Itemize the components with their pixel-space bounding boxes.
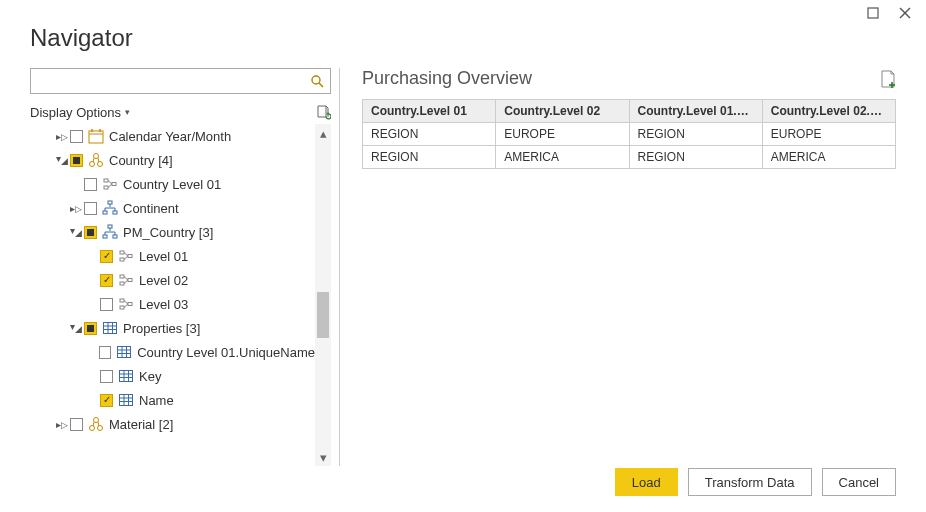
display-options-label: Display Options xyxy=(30,105,121,120)
svg-point-9 xyxy=(90,162,95,167)
chevron-down-icon: ▾ xyxy=(125,107,130,117)
expand-collapse-icon[interactable]: ▷ xyxy=(56,131,68,142)
checkbox[interactable] xyxy=(99,346,111,359)
svg-rect-48 xyxy=(104,323,117,334)
checkbox[interactable] xyxy=(84,202,97,215)
load-button[interactable]: Load xyxy=(615,468,678,496)
tree-item[interactable]: Level 03 xyxy=(30,292,315,316)
svg-rect-0 xyxy=(868,8,878,18)
svg-line-42 xyxy=(124,280,128,284)
svg-line-37 xyxy=(124,256,128,260)
table-cell: REGION xyxy=(363,146,496,169)
column-header[interactable]: Country.Level 02.Name xyxy=(762,100,895,123)
dim-icon xyxy=(88,152,104,168)
table-cell: REGION xyxy=(629,123,762,146)
checkbox[interactable] xyxy=(70,154,83,167)
checkbox[interactable] xyxy=(84,322,97,335)
checkbox[interactable] xyxy=(100,370,113,383)
tree-scrollbar[interactable]: ▴ ▾ xyxy=(315,124,331,466)
checkbox[interactable] xyxy=(100,274,113,287)
expand-collapse-icon[interactable]: ▷ xyxy=(56,419,68,430)
refresh-icon[interactable] xyxy=(315,104,331,120)
svg-rect-63 xyxy=(120,395,133,406)
svg-rect-35 xyxy=(128,255,132,258)
checkbox[interactable] xyxy=(100,298,113,311)
table-icon xyxy=(118,392,134,408)
svg-rect-27 xyxy=(103,235,107,238)
calendar-icon xyxy=(88,128,104,144)
table-row[interactable]: REGIONEUROPEREGIONEUROPE xyxy=(363,123,896,146)
svg-rect-39 xyxy=(120,282,124,285)
svg-line-41 xyxy=(124,277,128,281)
table-icon xyxy=(118,368,134,384)
svg-rect-43 xyxy=(120,299,124,302)
checkbox[interactable] xyxy=(100,250,113,263)
svg-rect-44 xyxy=(120,306,124,309)
scroll-up-arrow-icon[interactable]: ▴ xyxy=(317,126,329,140)
checkbox[interactable] xyxy=(84,178,97,191)
preview-title: Purchasing Overview xyxy=(362,68,532,89)
transform-data-button[interactable]: Transform Data xyxy=(688,468,812,496)
tree-item[interactable]: ◢Properties [3] xyxy=(30,316,315,340)
add-column-icon[interactable] xyxy=(880,70,896,88)
search-box[interactable] xyxy=(30,68,331,94)
svg-rect-5 xyxy=(89,131,103,143)
tree-item[interactable]: ▷Material [2] xyxy=(30,412,315,436)
tree-item[interactable]: Country Level 01 xyxy=(30,172,315,196)
tree-item[interactable]: Name xyxy=(30,388,315,412)
table-row[interactable]: REGIONAMERICAREGIONAMERICA xyxy=(363,146,896,169)
cancel-button[interactable]: Cancel xyxy=(822,468,896,496)
tree-item[interactable]: ▷Continent xyxy=(30,196,315,220)
table-cell: AMERICA xyxy=(762,146,895,169)
tree-item-label: Calendar Year/Month xyxy=(109,129,231,144)
search-input[interactable] xyxy=(31,69,304,93)
checkbox[interactable] xyxy=(100,394,113,407)
preview-pane: Purchasing Overview Country.Level 01Coun… xyxy=(340,68,896,466)
search-icon[interactable] xyxy=(304,69,330,93)
column-header[interactable]: Country.Level 02 xyxy=(496,100,629,123)
checkbox[interactable] xyxy=(70,130,83,143)
tree-item-label: Properties [3] xyxy=(123,321,200,336)
svg-point-3 xyxy=(312,76,320,84)
expand-collapse-icon[interactable]: ◢ xyxy=(56,155,68,166)
svg-rect-58 xyxy=(120,371,133,382)
tree-item-label: Country Level 01 xyxy=(123,177,221,192)
expand-collapse-icon[interactable]: ▷ xyxy=(70,203,82,214)
svg-point-70 xyxy=(94,418,99,423)
svg-rect-45 xyxy=(128,303,132,306)
level-icon xyxy=(118,248,134,264)
page-title: Navigator xyxy=(30,24,926,52)
maximize-button[interactable] xyxy=(866,6,880,20)
column-header[interactable]: Country.Level 01.Name xyxy=(629,100,762,123)
svg-rect-34 xyxy=(120,258,124,261)
checkbox[interactable] xyxy=(84,226,97,239)
checkbox[interactable] xyxy=(70,418,83,431)
svg-line-13 xyxy=(98,158,99,162)
tree-item[interactable]: ◢PM_Country [3] xyxy=(30,220,315,244)
tree-item-label: Country Level 01.UniqueName xyxy=(137,345,315,360)
tree-item[interactable]: Level 01 xyxy=(30,244,315,268)
tree-item[interactable]: Level 02 xyxy=(30,268,315,292)
level-icon xyxy=(102,176,118,192)
column-header[interactable]: Country.Level 01 xyxy=(363,100,496,123)
tree-item[interactable]: ▷Calendar Year/Month xyxy=(30,124,315,148)
tree-item[interactable]: Country Level 01.UniqueName xyxy=(30,340,315,364)
tree-item[interactable]: ◢Country [4] xyxy=(30,148,315,172)
svg-rect-53 xyxy=(118,347,131,358)
svg-line-17 xyxy=(108,181,112,185)
expand-collapse-icon[interactable]: ◢ xyxy=(70,227,82,238)
level-icon xyxy=(118,296,134,312)
svg-rect-21 xyxy=(113,211,117,214)
scroll-thumb[interactable] xyxy=(317,292,329,338)
scroll-down-arrow-icon[interactable]: ▾ xyxy=(317,450,329,464)
tree-item-label: Continent xyxy=(123,201,179,216)
svg-rect-20 xyxy=(103,211,107,214)
display-options-dropdown[interactable]: Display Options ▾ xyxy=(30,105,130,120)
dim-icon xyxy=(88,416,104,432)
svg-rect-28 xyxy=(113,235,117,238)
tree-item[interactable]: Key xyxy=(30,364,315,388)
svg-rect-16 xyxy=(112,183,116,186)
expand-collapse-icon[interactable]: ◢ xyxy=(70,323,82,334)
close-button[interactable] xyxy=(898,6,912,20)
svg-rect-40 xyxy=(128,279,132,282)
